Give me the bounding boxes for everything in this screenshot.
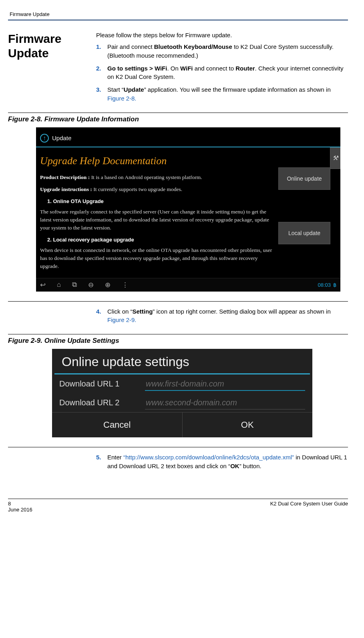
step-1: 1. Pair and connect Bluetooth Keyboard/M… (96, 42, 348, 60)
section-title-col: Firmware Update (8, 32, 88, 107)
update-icon: ↑ (40, 134, 49, 143)
step-num-1: 1. (96, 42, 107, 60)
recent-icon[interactable]: ⧉ (72, 281, 77, 289)
page-number: 8 (8, 501, 32, 507)
section-title-1: Firmware (8, 32, 88, 46)
fig-rule-29-bottom (8, 447, 348, 447)
vol-down-icon[interactable]: ⊖ (88, 281, 94, 289)
step-num-5: 5. (96, 453, 107, 471)
url1-label: Download URL 1 (59, 379, 139, 388)
online-update-button[interactable]: Online update (278, 167, 330, 190)
cancel-button[interactable]: Cancel (52, 412, 183, 437)
help-doc: Upgrade Help Documentation Product Descr… (40, 151, 272, 275)
url2-input[interactable]: www.second-domain.com (145, 396, 305, 410)
app-title-bar: ↑ Update (36, 131, 340, 147)
android-nav-bar: ↩ ⌂ ⧉ ⊖ ⊕ ⋮ 08:03 ฿ (36, 278, 340, 292)
mode2-desc: When device is not connected in network,… (40, 246, 272, 271)
step-body-2: Go to settings > WiFi. On WiFi and conne… (107, 64, 348, 82)
help-heading: Upgrade Help Documentation (40, 153, 272, 169)
nav-buttons: ↩ ⌂ ⧉ ⊖ ⊕ ⋮ (40, 281, 129, 289)
menu-icon[interactable]: ⋮ (122, 281, 129, 289)
fig-rule-28-top (8, 113, 348, 113)
step-4: 4. Click on “Setting” icon at top right … (96, 307, 348, 325)
header-breadcrumb: Firmware Update (8, 8, 348, 20)
step-num-4: 4. (96, 307, 107, 325)
app-body: Upgrade Help Documentation Product Descr… (36, 147, 340, 278)
footer-guide: K2 Dual Core System User Guide (270, 501, 348, 513)
url2-row: Download URL 2 www.second-domain.com (52, 393, 312, 412)
fig-rule-29-top (8, 334, 348, 334)
back-icon[interactable]: ↩ (40, 281, 46, 289)
url2-label: Download URL 2 (59, 398, 139, 407)
body-col: Please follow the steps below for Firmwa… (96, 32, 348, 107)
step-body-5: Enter “http://www.slscorp.com/download/o… (107, 453, 348, 471)
step-list-top: 1. Pair and connect Bluetooth Keyboard/M… (96, 42, 348, 103)
step-body-3: Start “Update” application. You will see… (107, 85, 348, 103)
nav-right: 08:03 ฿ (318, 282, 336, 288)
page-container: Firmware Update Firmware Update Please f… (0, 0, 364, 521)
mode1-desc: The software regularly connect to the sp… (40, 208, 272, 232)
figure-2-8-caption: Figure 2-8. Firmware Update Information (8, 115, 348, 123)
url1-row: Download URL 1 www.first-domain.com (52, 374, 312, 393)
update-buttons-col: Online update Local update (272, 151, 336, 275)
figure-2-9-dialog: Online update settings Download URL 1 ww… (52, 349, 312, 437)
step-list-mid: 4. Click on “Setting” icon at top right … (96, 307, 348, 325)
dialog-title: Online update settings (54, 349, 310, 374)
step-2: 2. Go to settings > WiFi. On WiFi and co… (96, 64, 348, 82)
bluetooth-icon: ฿ (333, 282, 336, 288)
home-icon[interactable]: ⌂ (57, 281, 61, 289)
url1-input[interactable]: www.first-domain.com (145, 377, 305, 391)
step-5: 5. Enter “http://www.slscorp.com/downloa… (96, 453, 348, 471)
figure-2-8-screenshot: ↑ Update ⚒ Upgrade Help Documentation Pr… (36, 127, 340, 292)
step-body-4: Click on “Setting” icon at top right cor… (107, 307, 348, 325)
step-3: 3. Start “Update” application. You will … (96, 85, 348, 103)
step-body-1: Pair and connect Bluetooth Keyboard/Mous… (107, 42, 348, 60)
vol-up-icon[interactable]: ⊕ (105, 281, 111, 289)
page-footer: 8 June 2016 K2 Dual Core System User Gui… (8, 499, 348, 513)
step5-row: 5. Enter “http://www.slscorp.com/downloa… (8, 453, 348, 475)
ok-button[interactable]: OK (183, 412, 313, 437)
intro-text: Please follow the steps below for Firmwa… (96, 32, 348, 38)
mode1-title: 1. Online OTA Upgrade (47, 197, 272, 205)
figure-2-9-caption: Figure 2-9. Online Update Settings (8, 337, 348, 345)
top-rule (8, 20, 348, 20)
app-title: Update (52, 135, 71, 141)
product-description: Product Description : It is a based on A… (40, 173, 272, 181)
step-num-2: 2. (96, 64, 107, 82)
step-list-bottom: 5. Enter “http://www.slscorp.com/downloa… (96, 453, 348, 471)
footer-left: 8 June 2016 (8, 501, 32, 513)
settings-icon[interactable]: ⚒ (330, 147, 340, 169)
upgrade-instructions: Upgrade instructions : It currently supp… (40, 185, 272, 193)
footer-date: June 2016 (8, 507, 32, 513)
clock-text: 08:03 (318, 282, 331, 288)
section-title-2: Update (8, 46, 88, 60)
step-num-3: 3. (96, 85, 107, 103)
mode2-title: 2. Local recovery package upgrade (47, 236, 272, 244)
android-status-bar (36, 127, 340, 131)
local-update-button[interactable]: Local update (278, 222, 330, 244)
dialog-button-row: Cancel OK (52, 412, 312, 437)
fig-rule-28-bottom (8, 301, 348, 302)
step4-row: 4. Click on “Setting” icon at top right … (8, 307, 348, 329)
main-row: Firmware Update Please follow the steps … (8, 32, 348, 107)
